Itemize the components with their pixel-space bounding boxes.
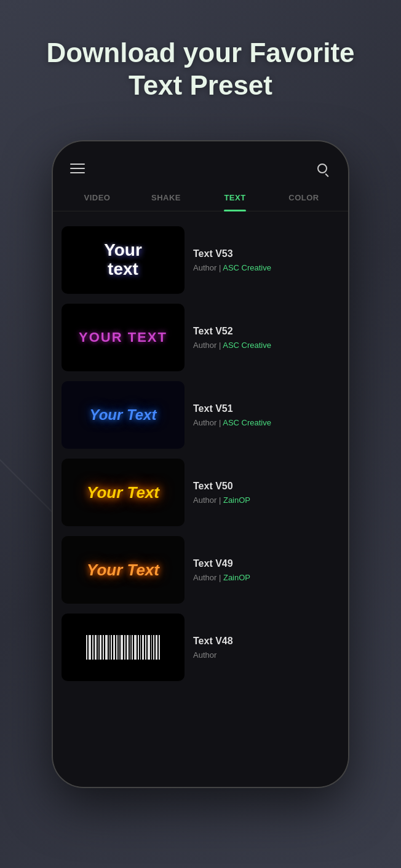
thumb-text-v51: Your Text [90,406,157,424]
preset-author-row-v50: Author | ZainOP [193,495,339,505]
preset-info-v49: Text V49 Author | ZainOP [193,558,339,582]
preset-thumbnail-v53: Yourtext [62,226,185,294]
search-button[interactable] [314,160,331,177]
author-label-v48: Author [193,650,216,660]
preset-author-row-v52: Author | ASC Creative [193,341,339,350]
list-item[interactable]: Your Text Text V49 Author | ZainOP [62,531,339,609]
author-separator-v49: | [219,573,223,582]
preset-thumbnail-v52: YOUR TEXT [62,304,185,371]
thumb-text-v53: Yourtext [104,241,142,279]
author-name-v50: ZainOP [223,495,250,505]
list-item[interactable]: Text V48 Author [62,609,339,686]
thumb-text-v49: Your Text [87,561,159,580]
tab-video[interactable]: VIDEO [63,187,132,211]
presets-list: Yourtext Text V53 Author | ASC Creative [53,221,348,787]
thumb-text-v52: YOUR TEXT [79,329,167,345]
preset-info-v50: Text V50 Author | ZainOP [193,481,339,505]
top-bar [53,141,348,187]
author-separator-v50: | [219,495,223,505]
tab-shake[interactable]: SHAKE [132,187,200,211]
preset-author-row-v48: Author [193,650,339,660]
author-name-v51: ASC Creative [223,418,271,427]
thumb-text-v50: Your Text [87,483,159,502]
preset-author-row-v49: Author | ZainOP [193,573,339,582]
preset-info-v48: Text V48 Author [193,636,339,660]
preset-author-row-v51: Author | ASC Creative [193,418,339,427]
hero-section: Download your Favorite Text Preset [0,37,401,102]
list-item[interactable]: Yourtext Text V53 Author | ASC Creative [62,221,339,299]
list-item[interactable]: Your Text Text V51 Author | ASC Creative [62,376,339,454]
hamburger-menu-button[interactable] [70,164,85,173]
preset-info-v52: Text V52 Author | ASC Creative [193,326,339,350]
preset-info-v53: Text V53 Author | ASC Creative [193,248,339,272]
author-name-v53: ASC Creative [223,263,271,272]
tabs-bar: VIDEO SHAKE TEXT COLOR [53,187,348,211]
author-label-v53: Author [193,263,216,272]
phone-screen: VIDEO SHAKE TEXT COLOR Yourtext Text V53… [53,141,348,787]
author-label-v50: Author [193,495,216,505]
preset-name-v48: Text V48 [193,636,339,647]
author-label-v51: Author [193,418,216,427]
barcode-graphic [86,635,160,660]
author-label-v49: Author [193,573,216,582]
list-item[interactable]: Your Text Text V50 Author | ZainOP [62,454,339,531]
preset-name-v53: Text V53 [193,248,339,259]
author-name-v52: ASC Creative [223,341,271,350]
preset-name-v52: Text V52 [193,326,339,337]
hamburger-line-3 [70,172,85,173]
list-item[interactable]: YOUR TEXT Text V52 Author | ASC Creative [62,299,339,376]
hamburger-line-1 [70,164,85,165]
preset-thumbnail-v51: Your Text [62,381,185,449]
preset-name-v50: Text V50 [193,481,339,492]
preset-author-row-v53: Author | ASC Creative [193,263,339,272]
preset-name-v51: Text V51 [193,403,339,414]
tab-color[interactable]: COLOR [269,187,338,211]
phone-container: VIDEO SHAKE TEXT COLOR Yourtext Text V53… [53,141,348,787]
author-name-v49: ZainOP [223,573,250,582]
preset-thumbnail-v49: Your Text [62,536,185,604]
hero-title: Download your Favorite Text Preset [37,37,364,102]
tab-text[interactable]: TEXT [200,187,269,211]
phone-frame: VIDEO SHAKE TEXT COLOR Yourtext Text V53… [53,141,348,787]
author-label-v52: Author [193,341,216,350]
preset-thumbnail-v50: Your Text [62,459,185,526]
hamburger-line-2 [70,168,85,169]
preset-info-v51: Text V51 Author | ASC Creative [193,403,339,427]
search-icon [317,164,327,173]
preset-thumbnail-v48 [62,614,185,681]
preset-name-v49: Text V49 [193,558,339,569]
